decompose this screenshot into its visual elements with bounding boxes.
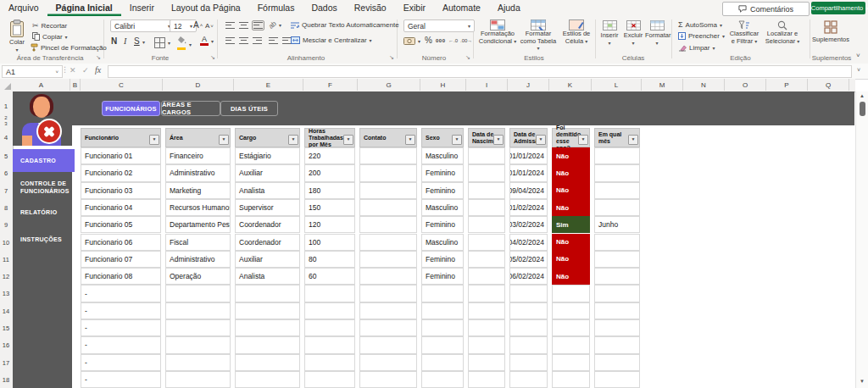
table-cell[interactable]: Coordenador xyxy=(235,234,300,251)
autosum-button[interactable]: Σ AutoSoma ▾ xyxy=(678,20,722,29)
tab-layout-da-pagina[interactable]: Layout da Página xyxy=(163,0,249,16)
table-cell[interactable] xyxy=(235,319,300,336)
table-cell[interactable] xyxy=(552,371,590,388)
column-header-c[interactable]: C xyxy=(81,79,163,91)
percent-style-button[interactable]: % xyxy=(425,36,432,45)
column-header-b[interactable]: B xyxy=(70,79,81,91)
fill-button[interactable]: Preencher ▾ xyxy=(678,32,725,40)
tab-pagina-inicial[interactable]: Página Inicial xyxy=(47,0,121,16)
dialog-launcher-icon[interactable]: ↘ xyxy=(96,54,101,61)
filter-dropdown-icon[interactable]: ▼ xyxy=(405,135,415,145)
table-cell[interactable] xyxy=(509,285,548,302)
format-as-table-button[interactable]: Formatar como Tabela ▾ xyxy=(519,19,558,53)
tab-dados[interactable]: Dados xyxy=(303,0,345,16)
table-cell[interactable] xyxy=(552,302,590,319)
grow-font-button[interactable]: A˄ xyxy=(193,20,203,30)
table-cell[interactable] xyxy=(509,336,548,353)
table-cell[interactable]: Junho xyxy=(594,216,640,233)
table-cell[interactable]: Analista xyxy=(235,182,300,199)
column-header-e[interactable]: E xyxy=(234,79,303,91)
cancel-icon[interactable]: ✕ xyxy=(70,66,76,75)
table-cell[interactable] xyxy=(235,336,300,353)
table-cell[interactable] xyxy=(421,302,464,319)
table-cell[interactable]: 120 xyxy=(304,216,355,233)
table-cell[interactable]: Não xyxy=(552,251,590,268)
column-header-q[interactable]: Q xyxy=(808,79,849,91)
table-cell[interactable]: Funcionario 02 xyxy=(81,164,161,181)
column-header-k[interactable]: K xyxy=(549,79,592,91)
column-header-a[interactable]: A xyxy=(13,79,70,91)
table-cell[interactable] xyxy=(359,216,417,233)
table-cell[interactable]: 06/02/2024 xyxy=(509,268,548,285)
table-cell[interactable]: Não xyxy=(552,199,590,216)
sidebar-item-cadastro[interactable]: CADASTRO xyxy=(13,149,75,172)
table-cell[interactable] xyxy=(235,302,300,319)
sidebar-item-relatorio[interactable]: RELATÓRIO xyxy=(13,205,72,219)
table-cell[interactable]: Feminino xyxy=(421,216,464,233)
column-header-f[interactable]: F xyxy=(303,79,358,91)
italic-button[interactable]: I xyxy=(124,36,126,46)
table-cell[interactable]: 60 xyxy=(304,268,355,285)
table-cell[interactable] xyxy=(165,354,231,371)
table-cell[interactable] xyxy=(304,336,355,353)
row-header-9[interactable]: 9 xyxy=(0,221,12,229)
share-button[interactable]: Compartilhamento ▾ xyxy=(811,2,865,14)
table-cell[interactable]: - xyxy=(81,371,161,388)
table-cell[interactable]: - xyxy=(81,302,161,319)
tab-ajuda[interactable]: Ajuda xyxy=(489,0,529,16)
filter-dropdown-icon[interactable]: ▼ xyxy=(219,135,229,145)
increase-decimal-button[interactable]: ←.0 xyxy=(448,38,458,43)
table-cell[interactable]: Funcionario 01 xyxy=(81,147,161,164)
column-header-i[interactable]: I xyxy=(466,79,508,91)
shrink-font-button[interactable]: A˅ xyxy=(205,22,214,30)
table-cell[interactable] xyxy=(359,251,417,268)
table-cell[interactable] xyxy=(552,319,590,336)
table-cell[interactable]: Feminino xyxy=(421,268,464,285)
row-header-13[interactable]: 13 xyxy=(0,290,12,297)
table-cell[interactable]: Marketing xyxy=(165,182,231,199)
name-box[interactable]: A1 ˅ xyxy=(2,65,63,78)
filter-dropdown-icon[interactable]: ▼ xyxy=(452,135,462,145)
table-cell[interactable]: Masculino xyxy=(421,147,464,164)
scrollbar-thumb[interactable] xyxy=(860,102,865,116)
table-cell[interactable] xyxy=(165,285,231,302)
dialog-launcher-icon[interactable]: ↘ xyxy=(465,54,470,61)
tab-exibir[interactable]: Exibir xyxy=(395,0,434,16)
table-cell[interactable] xyxy=(359,319,417,336)
underline-button[interactable]: S xyxy=(134,36,140,46)
table-cell[interactable] xyxy=(594,371,640,388)
borders-button[interactable]: ▾ xyxy=(154,37,170,48)
dialog-launcher-icon[interactable]: ↘ xyxy=(210,54,215,61)
table-cell[interactable]: Não xyxy=(552,268,590,285)
vertical-scrollbar[interactable]: ▲ ▼ xyxy=(855,91,868,388)
find-select-button[interactable]: Localizar e Selecionar ▾ xyxy=(761,20,804,45)
table-cell[interactable]: Recursos Humanos xyxy=(165,199,231,216)
table-cell[interactable]: Analista xyxy=(235,268,300,285)
table-cell[interactable] xyxy=(468,251,505,268)
bold-button[interactable]: N xyxy=(111,36,117,46)
table-cell[interactable]: - xyxy=(81,285,161,302)
table-cell[interactable]: 01/01/2024 xyxy=(509,164,548,181)
table-cell[interactable] xyxy=(468,302,505,319)
nav-button-funcionarios[interactable]: FUNCIONÁRIOS xyxy=(102,101,160,116)
table-cell[interactable] xyxy=(594,268,640,285)
format-painter-button[interactable]: Pincel de Formatação xyxy=(31,43,107,52)
table-cell[interactable]: 03/02/2024 xyxy=(509,216,548,233)
table-cell[interactable] xyxy=(165,336,231,353)
table-cell[interactable] xyxy=(468,234,505,251)
table-cell[interactable]: Auxiliar xyxy=(235,251,300,268)
align-bottom-button[interactable] xyxy=(252,20,264,30)
column-header-d[interactable]: D xyxy=(163,79,234,91)
table-cell[interactable] xyxy=(594,302,640,319)
table-cell[interactable]: Funcionario 06 xyxy=(81,234,161,251)
row-header-6[interactable]: 6 xyxy=(0,169,12,177)
table-cell[interactable]: 01/02/2024 xyxy=(509,199,548,216)
table-cell[interactable]: 04/02/2024 xyxy=(509,234,548,251)
table-cell[interactable]: Funcionario 08 xyxy=(81,268,161,285)
row-header-3[interactable]: 3 xyxy=(0,121,12,126)
tab-inserir[interactable]: Inserir xyxy=(121,0,163,16)
row-header-12[interactable]: 12 xyxy=(0,273,12,280)
filter-dropdown-icon[interactable]: ▼ xyxy=(343,135,353,145)
tab-formulas[interactable]: Fórmulas xyxy=(249,0,303,16)
table-cell[interactable] xyxy=(468,354,505,371)
